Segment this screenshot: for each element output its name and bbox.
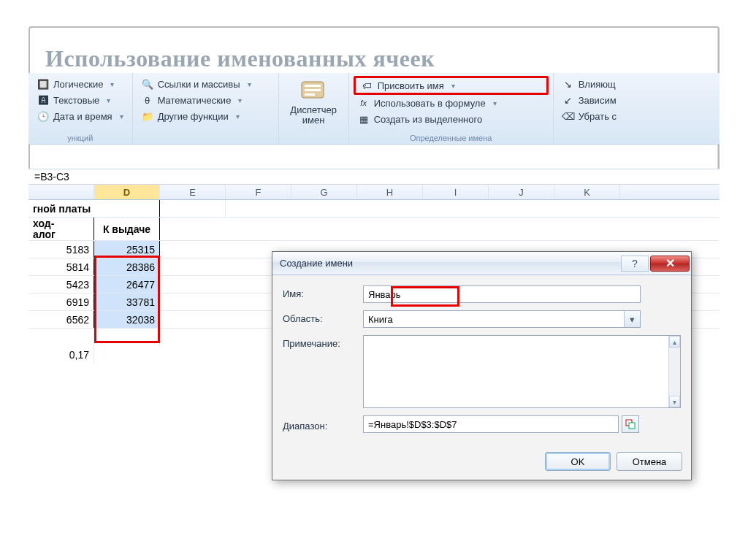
ribbon-label: Убрать с — [579, 111, 617, 122]
name-value: Январь — [368, 289, 401, 300]
chevron-down-icon: ▾ — [451, 82, 455, 90]
ribbon-logical[interactable]: 🔲 Логические ▾ — [33, 76, 128, 92]
cell[interactable] — [28, 329, 94, 346]
grid-icon: ▦ — [358, 113, 370, 125]
ribbon-lookup[interactable]: 🔍 Ссылки и массивы ▾ — [137, 76, 274, 92]
ok-label: OK — [571, 456, 585, 467]
cancel-button[interactable]: Отмена — [617, 452, 682, 471]
dependents-icon: ↙ — [562, 94, 574, 106]
label-range: Диапазон: — [283, 418, 363, 431]
ribbon-math[interactable]: θ Математические ▾ — [137, 92, 274, 108]
define-name-button[interactable]: 🏷 Присвоить имя ▾ — [354, 76, 549, 95]
col-header-k[interactable]: K — [554, 185, 620, 199]
create-from-selection-button[interactable]: ▦ Создать из выделенного — [354, 111, 549, 127]
create-name-dialog: Создание имени ? ✕ Имя: Январь Область: … — [272, 251, 692, 480]
ribbon-label: Присвоить имя — [378, 80, 444, 91]
chevron-down-icon[interactable]: ▾ — [624, 311, 640, 327]
cell[interactable]: 6919 — [28, 294, 94, 310]
cancel-label: Отмена — [633, 456, 667, 467]
scroll-up-icon[interactable]: ▴ — [669, 336, 680, 348]
text-icon: 🅰 — [37, 94, 49, 106]
ribbon-more[interactable]: 📁 Другие функции ▾ — [137, 108, 274, 124]
formula-bar[interactable]: =B3-C3 — [28, 169, 720, 185]
ribbon-label: Текстовые — [53, 95, 99, 106]
col-header-e[interactable]: E — [160, 185, 226, 199]
chevron-down-icon: ▾ — [107, 96, 110, 104]
ribbon-text[interactable]: 🅰 Текстовые ▾ — [33, 92, 128, 108]
logical-icon: 🔲 — [37, 78, 49, 90]
more-icon: 📁 — [142, 110, 153, 122]
chevron-down-icon: ▾ — [248, 80, 251, 88]
group-label: ункций — [28, 134, 132, 142]
range-input[interactable]: =Январь!$D$3:$D$7 — [363, 415, 619, 433]
ribbon-label: Влияющ — [579, 79, 616, 90]
tag-icon: 🏷 — [362, 80, 373, 91]
trace-precedents-button[interactable]: ↘ Влияющ — [558, 76, 637, 92]
table-title: гной платы — [28, 200, 160, 217]
close-button[interactable]: ✕ — [650, 256, 690, 272]
scope-value: Книга — [368, 314, 393, 325]
range-selector-button[interactable] — [622, 415, 639, 433]
formula-value: =B3-C3 — [34, 171, 69, 183]
chevron-down-icon: ▾ — [236, 112, 240, 120]
cell[interactable]: 5183 — [28, 241, 94, 258]
cell[interactable]: 6562 — [28, 311, 94, 328]
col-header-g[interactable]: G — [291, 185, 357, 199]
header-cell: алог — [33, 229, 56, 240]
ribbon-label: Другие функции — [158, 111, 229, 122]
ribbon-label: Логические — [53, 79, 103, 90]
use-in-formula-button[interactable]: fx Использовать в формуле ▾ — [354, 95, 549, 111]
cell[interactable]: 32038 — [94, 311, 160, 328]
comment-textarea[interactable]: ▴ ▾ — [363, 335, 681, 408]
cell[interactable] — [94, 329, 160, 346]
dialog-titlebar[interactable]: Создание имени ? ✕ — [272, 252, 691, 275]
ok-button[interactable]: OK — [545, 452, 611, 471]
cell[interactable]: 5423 — [28, 276, 94, 293]
clock-icon: 🕒 — [37, 110, 49, 122]
theta-icon: θ — [142, 94, 153, 106]
header-cell: ход- — [33, 218, 54, 229]
ribbon-label: Зависим — [579, 95, 617, 106]
cell[interactable]: 5814 — [28, 258, 94, 275]
name-manager-button[interactable]: Диспетчер имен — [288, 76, 339, 126]
slide-title: Использование именованных ячеек — [45, 45, 435, 72]
precedents-icon: ↘ — [562, 78, 574, 90]
help-button[interactable]: ? — [621, 256, 649, 272]
lookup-icon: 🔍 — [142, 78, 153, 90]
group-label: Определенные имена — [349, 134, 553, 142]
table-header-row: ход- алог К выдаче — [28, 218, 720, 241]
ribbon-label: Ссылки и массивы — [158, 79, 240, 90]
remove-arrows-button[interactable]: ⌫ Убрать с — [558, 108, 637, 124]
chevron-down-icon: ▾ — [493, 99, 497, 107]
cell[interactable]: 28386 — [94, 258, 160, 275]
svg-rect-5 — [629, 423, 635, 429]
cell[interactable]: 0,17 — [28, 346, 94, 364]
col-header-j[interactable]: J — [489, 185, 554, 199]
ribbon: 🔲 Логические ▾ 🅰 Текстовые ▾ 🕒 Дата и вр… — [28, 73, 720, 145]
fx-icon: fx — [358, 97, 370, 109]
cell[interactable]: 25315 — [94, 241, 160, 258]
col-header-h[interactable]: H — [357, 185, 423, 199]
svg-rect-1 — [305, 85, 321, 87]
ribbon-datetime[interactable]: 🕒 Дата и время ▾ — [33, 108, 128, 124]
chevron-down-icon: ▾ — [110, 80, 114, 88]
scrollbar[interactable]: ▴ ▾ — [668, 336, 680, 407]
dialog-title: Создание имени — [280, 258, 621, 269]
cell[interactable]: 33781 — [94, 294, 160, 310]
scroll-down-icon[interactable]: ▾ — [669, 396, 680, 407]
name-manager-icon — [299, 77, 328, 104]
range-value: =Январь!$D$3:$D$7 — [368, 419, 457, 430]
eraser-icon: ⌫ — [562, 110, 574, 122]
range-selector-icon — [625, 419, 636, 429]
label-comment: Примечание: — [283, 335, 363, 349]
col-header-f[interactable]: F — [226, 185, 291, 199]
trace-dependents-button[interactable]: ↙ Зависим — [558, 92, 637, 108]
col-header-i[interactable]: I — [423, 185, 489, 199]
scope-dropdown[interactable]: Книга ▾ — [363, 310, 641, 328]
name-input[interactable]: Январь — [363, 285, 641, 303]
table-row: гной платы — [28, 200, 720, 218]
col-header-d[interactable]: D — [94, 185, 160, 199]
cell[interactable]: 26477 — [94, 276, 160, 293]
ribbon-label: Дата и время — [53, 111, 112, 122]
ribbon-label: Использовать в формуле — [374, 98, 486, 109]
